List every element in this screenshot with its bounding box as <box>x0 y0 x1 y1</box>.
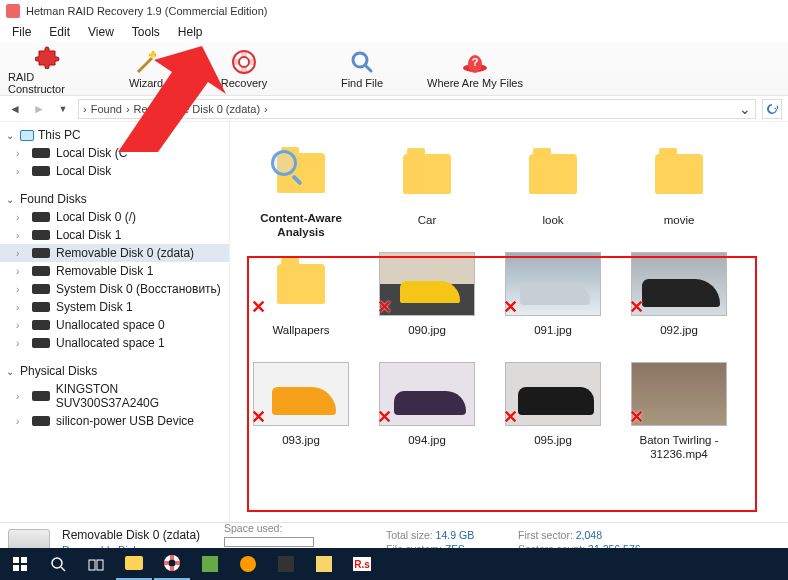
caret-icon: › <box>16 338 26 349</box>
tree-node-phys-1[interactable]: ›silicon-power USB Device <box>0 412 229 430</box>
caret-icon: › <box>16 416 26 427</box>
tree-node-label: Unallocated space 1 <box>56 336 165 350</box>
tree-node-label: KINGSTON SUV300S37A240G <box>56 382 223 410</box>
nav-back-button[interactable]: ◄ <box>6 100 24 118</box>
recovery-label: Recovery <box>221 77 267 89</box>
deleted-mark-icon: ✕ <box>629 296 644 318</box>
taskbar-explorer[interactable] <box>116 548 152 580</box>
disk-icon <box>32 284 50 294</box>
menu-help[interactable]: Help <box>170 23 211 41</box>
svg-point-12 <box>52 558 62 568</box>
disk-icon <box>32 166 50 176</box>
deleted-mark-icon: ✕ <box>629 406 644 428</box>
grid-item-090[interactable]: ✕ 090.jpg <box>364 246 490 356</box>
search-button[interactable] <box>40 548 76 580</box>
disk-icon <box>32 302 50 312</box>
where-files-button[interactable]: ? Where Are My Files <box>420 44 530 94</box>
tree-node-localC[interactable]: ›Local Disk (C <box>0 144 229 162</box>
recovery-button[interactable]: Recovery <box>204 44 284 94</box>
tree-head-found[interactable]: ⌄ Found Disks <box>0 190 229 208</box>
caret-icon: ⌄ <box>6 366 16 377</box>
app-icon: R.s <box>353 557 371 571</box>
drive-tree[interactable]: ⌄ This PC ›Local Disk (C ›Local Disk ⌄ F… <box>0 122 230 522</box>
taskbar-app-5[interactable]: R.s <box>344 548 380 580</box>
breadcrumb-expand-button[interactable]: ⌄ <box>739 101 751 117</box>
taskbar-app-recovery[interactable] <box>154 548 190 580</box>
tree-head-thispc[interactable]: ⌄ This PC <box>0 126 229 144</box>
thumb: ✕ <box>253 252 349 316</box>
start-button[interactable] <box>2 548 38 580</box>
folder-icon <box>655 154 703 194</box>
app-icon <box>278 556 294 572</box>
lifebuoy-icon <box>163 554 181 572</box>
grid-item-093[interactable]: ✕ 093.jpg <box>238 356 364 466</box>
taskbar-app-1[interactable] <box>192 548 228 580</box>
file-grid[interactable]: Content-Aware Analysis Car look movie ✕ … <box>230 122 788 522</box>
tree-node-found-7[interactable]: ›Unallocated space 1 <box>0 334 229 352</box>
grid-label: 091.jpg <box>534 324 572 338</box>
tree-node-found-2[interactable]: ›Removable Disk 0 (zdata) <box>0 244 229 262</box>
menu-bar: File Edit View Tools Help <box>0 22 788 42</box>
deleted-mark-icon: ✕ <box>251 296 266 318</box>
tree-node-found-1[interactable]: ›Local Disk 1 <box>0 226 229 244</box>
grid-item-analysis[interactable]: Content-Aware Analysis <box>238 136 364 246</box>
menu-view[interactable]: View <box>80 23 122 41</box>
grid-item-baton[interactable]: ✕ Baton Twirling - 31236.mp4 <box>616 356 742 466</box>
status-disk-name: Removable Disk 0 (zdata) <box>62 528 212 542</box>
thumb: ✕ <box>631 362 727 426</box>
grid-item-movie[interactable]: movie <box>616 136 742 246</box>
nav-dropdown-button[interactable]: ▼ <box>54 100 72 118</box>
raid-constructor-button[interactable]: RAID Constructor <box>8 44 88 94</box>
thumb: ✕ <box>505 252 601 316</box>
caret-icon: › <box>16 266 26 277</box>
svg-rect-14 <box>97 560 103 570</box>
deleted-mark-icon: ✕ <box>377 406 392 428</box>
breadcrumb-part-2[interactable]: Removable Disk 0 (zdata) <box>134 103 261 115</box>
taskbar-app-3[interactable] <box>268 548 304 580</box>
refresh-button[interactable] <box>762 99 782 119</box>
disk-icon <box>32 266 50 276</box>
nav-forward-button[interactable]: ► <box>30 100 48 118</box>
svg-rect-8 <box>13 557 19 563</box>
tree-head-physical[interactable]: ⌄ Physical Disks <box>0 362 229 380</box>
taskbar-app-2[interactable] <box>230 548 266 580</box>
space-used-bar <box>224 537 314 547</box>
tree-node-found-3[interactable]: ›Removable Disk 1 <box>0 262 229 280</box>
wizard-button[interactable]: Wizard <box>106 44 186 94</box>
grid-item-095[interactable]: ✕ 095.jpg <box>490 356 616 466</box>
grid-item-wallpapers[interactable]: ✕ Wallpapers <box>238 246 364 356</box>
deleted-mark-icon: ✕ <box>503 406 518 428</box>
breadcrumb-part-1[interactable]: Found <box>91 103 122 115</box>
space-used-label: Space used: <box>224 522 282 534</box>
menu-file[interactable]: File <box>4 23 39 41</box>
thumb <box>505 142 601 206</box>
menu-tools[interactable]: Tools <box>124 23 168 41</box>
grid-item-car[interactable]: Car <box>364 136 490 246</box>
tree-node-local2[interactable]: ›Local Disk <box>0 162 229 180</box>
app-icon <box>316 556 332 572</box>
grid-label: 093.jpg <box>282 434 320 448</box>
grid-label: movie <box>664 214 695 228</box>
grid-label: Car <box>418 214 437 228</box>
image-thumb <box>253 362 349 426</box>
thumb <box>253 142 349 204</box>
tree-node-found-5[interactable]: ›System Disk 1 <box>0 298 229 316</box>
grid-item-092[interactable]: ✕ 092.jpg <box>616 246 742 356</box>
tree-node-phys-0[interactable]: ›KINGSTON SUV300S37A240G <box>0 380 229 412</box>
deleted-mark-icon: ✕ <box>251 406 266 428</box>
grid-item-look[interactable]: look <box>490 136 616 246</box>
find-file-button[interactable]: Find File <box>322 44 402 94</box>
window-title: Hetman RAID Recovery 1.9 (Commercial Edi… <box>26 5 267 17</box>
grid-item-091[interactable]: ✕ 091.jpg <box>490 246 616 356</box>
tree-node-label: Unallocated space 0 <box>56 318 165 332</box>
grid-item-094[interactable]: ✕ 094.jpg <box>364 356 490 466</box>
tree-node-found-4[interactable]: ›System Disk 0 (Восстановить) <box>0 280 229 298</box>
tree-group-found: ⌄ Found Disks ›Local Disk 0 (/) ›Local D… <box>0 190 229 352</box>
breadcrumb[interactable]: › Found › Removable Disk 0 (zdata) › ⌄ <box>78 99 756 119</box>
taskbar-app-4[interactable] <box>306 548 342 580</box>
menu-edit[interactable]: Edit <box>41 23 78 41</box>
tree-node-found-6[interactable]: ›Unallocated space 0 <box>0 316 229 334</box>
svg-point-16 <box>169 560 176 567</box>
tree-node-found-0[interactable]: ›Local Disk 0 (/) <box>0 208 229 226</box>
task-view-button[interactable] <box>78 548 114 580</box>
